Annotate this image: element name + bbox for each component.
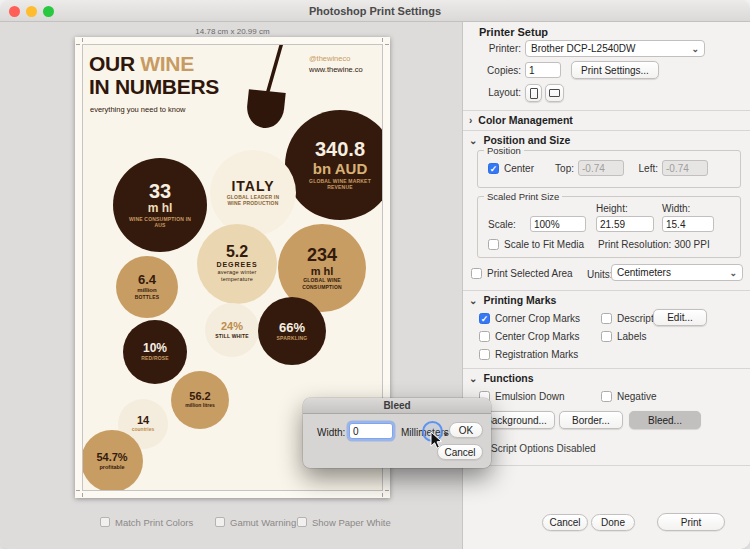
divider bbox=[463, 290, 750, 291]
height-input[interactable] bbox=[596, 216, 654, 232]
color-management-title: Color Management bbox=[478, 114, 573, 126]
emulsion-down-label: Emulsion Down bbox=[495, 391, 564, 402]
layout-label: Layout: bbox=[471, 87, 521, 98]
units-select[interactable]: Centimeters ⌄ bbox=[611, 264, 743, 281]
chevron-right-icon: › bbox=[469, 115, 472, 126]
stat-value: 66% bbox=[279, 321, 305, 335]
height-label: Height: bbox=[596, 203, 628, 214]
printing-marks-title: Printing Marks bbox=[483, 294, 556, 306]
bleed-button[interactable]: Bleed... bbox=[629, 411, 701, 429]
bleed-dialog-title: Bleed bbox=[303, 398, 491, 414]
crop-mark bbox=[382, 38, 383, 42]
settings-panel: Printer Setup Printer: Brother DCP-L2540… bbox=[462, 22, 750, 549]
stat-unit: countries bbox=[132, 427, 155, 433]
gamut-warning-checkbox[interactable] bbox=[215, 517, 225, 527]
stat-circle: 56.2 million litres bbox=[171, 371, 229, 429]
printer-select[interactable]: Brother DCP-L2540DW ⌄ bbox=[525, 40, 705, 57]
registration-marks-label: Registration Marks bbox=[495, 349, 578, 360]
stat-value: 24% bbox=[221, 321, 243, 333]
units-label: Units: bbox=[587, 269, 613, 280]
layout-portrait-button[interactable] bbox=[525, 84, 542, 102]
top-input[interactable] bbox=[578, 160, 624, 176]
printer-label: Printer: bbox=[471, 43, 521, 54]
width-input[interactable] bbox=[662, 216, 714, 232]
copies-input[interactable] bbox=[525, 62, 561, 78]
bleed-ok-button[interactable]: OK bbox=[449, 422, 483, 438]
stat-value: 5.2 bbox=[226, 244, 248, 261]
stat-circle: 66% SPARKLING bbox=[258, 297, 326, 365]
stat-caption: average winter temperature bbox=[206, 269, 268, 283]
printer-setup-title: Printer Setup bbox=[479, 26, 548, 38]
show-paper-white-label: Show Paper White bbox=[312, 517, 391, 528]
border-button[interactable]: Border... bbox=[559, 411, 623, 429]
chevron-down-icon: ⌄ bbox=[469, 135, 477, 146]
show-paper-white-checkbox[interactable] bbox=[297, 517, 307, 527]
stat-value: ITALY bbox=[231, 179, 274, 194]
stat-unit: m hl bbox=[311, 265, 334, 278]
print-preview-area: 14.78 cm x 20.99 cm OUR WINE IN NUMBERS … bbox=[0, 22, 462, 549]
left-label: Left: bbox=[628, 163, 658, 174]
print-selected-area-label: Print Selected Area bbox=[487, 268, 573, 279]
stat-unit: DEGREES bbox=[216, 261, 257, 269]
stat-caption: BOTTLES bbox=[135, 294, 160, 301]
stat-circle: 5.2 DEGREES average winter temperature bbox=[197, 224, 277, 304]
stat-value: 54.7% bbox=[96, 452, 127, 464]
print-button[interactable]: Print bbox=[657, 513, 725, 531]
titlebar: Photoshop Print Settings bbox=[0, 0, 750, 22]
labels-label: Labels bbox=[617, 331, 646, 342]
negative-checkbox[interactable] bbox=[601, 391, 612, 402]
divider bbox=[463, 110, 750, 111]
match-print-colors-label: Match Print Colors bbox=[115, 517, 193, 528]
stat-circle: 24% STILL WHITE bbox=[205, 303, 259, 357]
minimize-button[interactable] bbox=[26, 6, 37, 17]
section-color-management[interactable]: › Color Management bbox=[469, 114, 573, 126]
window-title: Photoshop Print Settings bbox=[309, 5, 441, 17]
close-button[interactable] bbox=[9, 6, 20, 17]
divider bbox=[463, 465, 750, 466]
match-print-colors-checkbox[interactable] bbox=[100, 517, 110, 527]
landscape-page-icon bbox=[549, 89, 560, 97]
stat-circle: 10% RED/ROSE bbox=[123, 320, 187, 384]
chevron-down-icon: ⌄ bbox=[691, 44, 699, 54]
stat-caption: GLOBAL LEADER IN WINE PRODUCTION bbox=[219, 194, 286, 207]
description-checkbox[interactable] bbox=[601, 313, 612, 324]
scale-label: Scale: bbox=[488, 219, 516, 230]
stat-circle: 6.4 million BOTTLES bbox=[116, 256, 178, 318]
labels-checkbox[interactable] bbox=[601, 331, 612, 342]
layout-landscape-button[interactable] bbox=[545, 84, 564, 102]
photoshop-print-settings-window: Photoshop Print Settings 14.78 cm x 20.9… bbox=[0, 0, 750, 549]
center-crop-marks-checkbox[interactable] bbox=[479, 331, 490, 342]
stat-caption: GLOBAL WINE CONSUMPTION bbox=[288, 277, 357, 290]
chevron-down-icon: ⌄ bbox=[729, 268, 737, 278]
registration-marks-checkbox[interactable] bbox=[479, 349, 490, 360]
scale-input[interactable] bbox=[530, 216, 586, 232]
stat-caption: WINE CONSUMPTION IN AUS bbox=[123, 216, 196, 229]
edit-button[interactable]: Edit... bbox=[653, 309, 707, 326]
stat-caption: GLOBAL WINE MARKET REVENUE bbox=[297, 178, 382, 191]
stat-value: 340.8 bbox=[315, 139, 365, 160]
cancel-button[interactable]: Cancel bbox=[542, 514, 588, 531]
poster-social: @thewineco www.thewine.co bbox=[309, 54, 363, 75]
left-input[interactable] bbox=[662, 160, 708, 176]
stat-unit: profitable bbox=[99, 464, 124, 470]
scale-to-fit-media-label: Scale to Fit Media bbox=[504, 239, 584, 250]
zoom-button[interactable] bbox=[43, 6, 54, 17]
print-settings-button[interactable]: Print Settings... bbox=[571, 61, 659, 79]
bleed-width-input[interactable] bbox=[349, 423, 393, 439]
corner-crop-marks-label: Corner Crop Marks bbox=[495, 313, 580, 324]
chevron-down-icon: ⌄ bbox=[469, 295, 477, 306]
position-group-legend: Position bbox=[484, 145, 524, 156]
bleed-width-label: Width: bbox=[317, 427, 345, 438]
position-group: Position ✓ Center Top: Left: bbox=[477, 150, 741, 188]
stat-value: 33 bbox=[149, 181, 171, 202]
center-checkbox[interactable]: ✓ bbox=[488, 163, 499, 174]
scale-to-fit-media-checkbox[interactable] bbox=[488, 239, 499, 250]
print-selected-area-checkbox[interactable] bbox=[471, 268, 482, 279]
corner-crop-marks-checkbox[interactable]: ✓ bbox=[479, 313, 490, 324]
done-button[interactable]: Done bbox=[591, 514, 635, 531]
section-functions[interactable]: ⌄ Functions bbox=[469, 372, 534, 384]
section-printing-marks[interactable]: ⌄ Printing Marks bbox=[469, 294, 556, 306]
stat-value: 234 bbox=[307, 246, 337, 265]
functions-title: Functions bbox=[483, 372, 533, 384]
poster-subtitle: everything you need to know bbox=[90, 105, 185, 114]
